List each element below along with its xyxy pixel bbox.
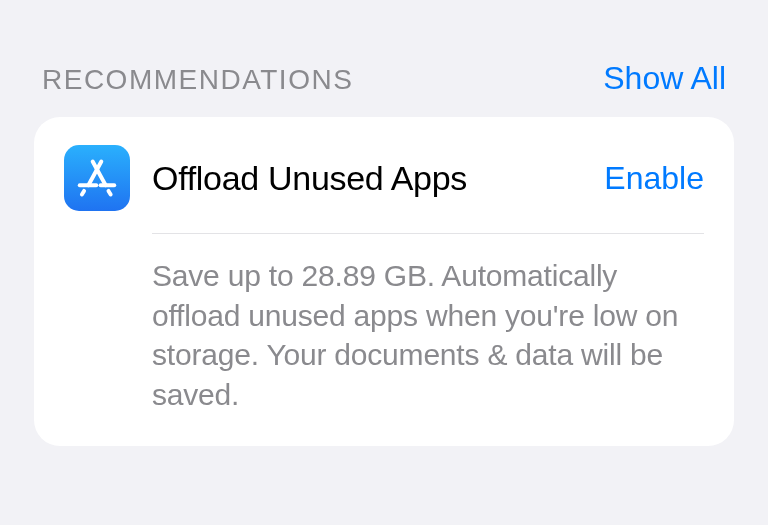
recommendation-description: Save up to 28.89 GB. Automatically offlo… — [152, 256, 704, 414]
card-title-row: Offload Unused Apps Enable — [152, 159, 704, 198]
section-header: RECOMMENDATIONS Show All — [34, 60, 734, 97]
enable-button[interactable]: Enable — [604, 160, 704, 197]
divider — [152, 233, 704, 234]
recommendation-card: Offload Unused Apps Enable Save up to 28… — [34, 117, 734, 446]
svg-line-5 — [109, 191, 111, 195]
show-all-link[interactable]: Show All — [603, 60, 726, 97]
recommendation-title: Offload Unused Apps — [152, 159, 467, 198]
section-title: RECOMMENDATIONS — [42, 64, 353, 96]
app-store-icon — [64, 145, 130, 211]
card-top-row: Offload Unused Apps Enable — [64, 145, 704, 211]
svg-line-4 — [82, 191, 84, 195]
